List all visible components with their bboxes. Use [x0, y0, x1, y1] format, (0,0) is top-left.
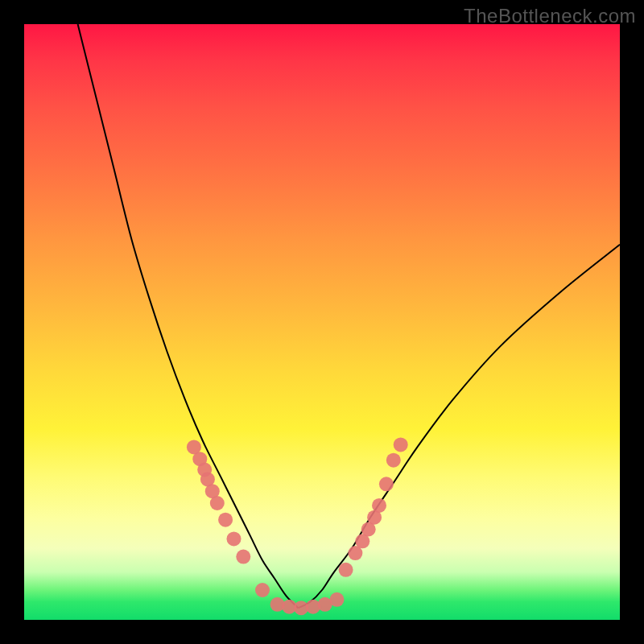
- data-dot: [379, 477, 394, 491]
- chart-svg: [24, 24, 620, 620]
- data-dot: [372, 498, 386, 513]
- data-dots: [187, 437, 408, 615]
- chart-frame: TheBottleneck.com: [0, 0, 644, 644]
- data-dot: [394, 437, 408, 452]
- right-curve: [298, 245, 620, 608]
- data-dot: [227, 531, 242, 546]
- watermark-text: TheBottleneck.com: [464, 5, 636, 27]
- data-dot: [386, 453, 401, 468]
- data-dot: [210, 496, 225, 510]
- data-dot: [255, 583, 270, 597]
- data-dot: [236, 550, 250, 564]
- data-dot: [330, 592, 345, 607]
- data-dot: [218, 513, 233, 527]
- left-curve: [78, 24, 299, 608]
- data-dot: [339, 563, 353, 577]
